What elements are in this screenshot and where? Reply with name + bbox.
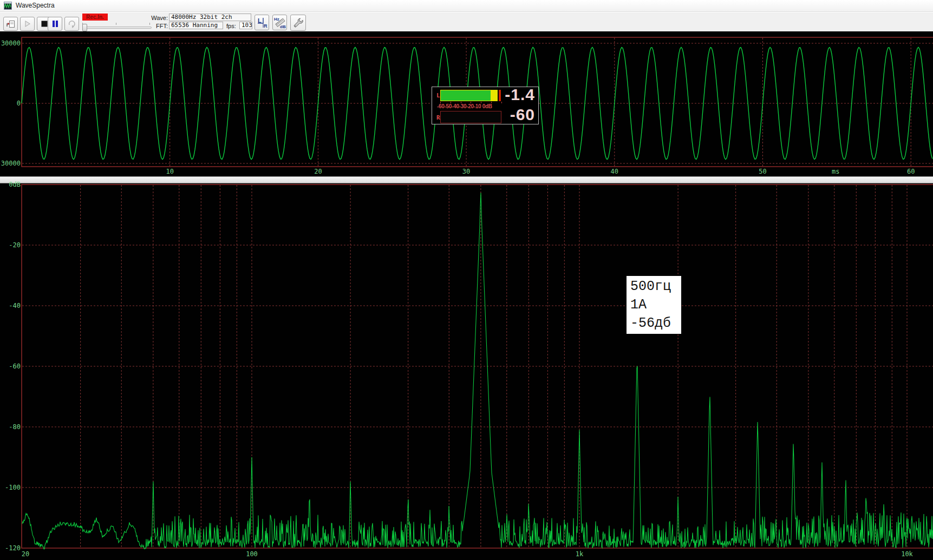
fft-settings-label: FFT: (152, 23, 168, 29)
waveform-panel: 300000-30000 102030405060 ms L -60-50-40… (0, 31, 933, 176)
axis-tick-label: 100 (241, 550, 263, 558)
axis-tick-label: 60 (900, 168, 922, 175)
axis-tick-label: 30000 (0, 39, 21, 47)
play-button[interactable] (20, 17, 35, 31)
axis-tick-label: -20 (0, 241, 21, 249)
play-icon (23, 19, 32, 28)
fps-field[interactable]: 103 (239, 22, 252, 29)
axis-tick-label: 0 (0, 100, 21, 107)
hz-db-scale-icon: Hz dB (273, 16, 286, 29)
spectrum-plot (0, 183, 933, 560)
loop-button[interactable] (64, 17, 79, 31)
axis-tick-label: -60 (0, 363, 21, 370)
wave-format-field[interactable]: 48000Hz 32bit 2ch (169, 14, 251, 21)
axis-tick-label: 10k (896, 550, 918, 558)
title-bar: WaveSpectra (0, 0, 933, 12)
position-slider-ticks (82, 23, 152, 25)
left-channel-label: L (436, 92, 440, 99)
annotation-box: 500гц 1А -56дб (627, 276, 681, 334)
svg-text:dB: dB (280, 24, 286, 29)
annotation-line-frequency: 500гц (630, 278, 681, 296)
axis-tick-label: -30000 (0, 160, 21, 167)
left-level-bar (440, 90, 501, 101)
waveform-x-unit-label: ms (832, 168, 839, 175)
left-level-fill (440, 90, 498, 101)
wavespectra-window: WaveSpectra (0, 0, 933, 560)
axis-tick-label: 0dB (0, 181, 21, 188)
axis-tick-label: 1k (569, 550, 590, 558)
window-title: WaveSpectra (16, 2, 55, 9)
pause-button[interactable] (48, 17, 62, 31)
axis-tick-label: 50 (752, 168, 774, 175)
axis-tick-label: 20 (307, 168, 329, 175)
left-level-value: -1.4 (497, 86, 535, 103)
stop-icon (41, 20, 48, 28)
record-to-file-button[interactable] (3, 17, 18, 31)
axis-tick-label: 20 (15, 550, 36, 558)
spectrum-panel: 0dB-20-40-60-80-100-120 201001k10k 500гц… (0, 183, 933, 560)
channel-lr-button[interactable]: L R (255, 15, 269, 30)
right-level-value: -60 (497, 106, 535, 123)
right-channel-label: R (436, 114, 440, 121)
settings-wrench-button[interactable] (290, 15, 306, 31)
axis-tick-label: 30 (455, 168, 477, 175)
axis-tick-label: 10 (159, 168, 181, 175)
hz-db-scale-button[interactable]: Hz dB (272, 15, 287, 30)
app-icon (4, 2, 12, 10)
svg-text:Hz: Hz (274, 17, 279, 22)
rec-in-badge: Rec.In. (82, 14, 108, 21)
panel-separator (0, 176, 933, 183)
position-slider-thumb[interactable] (82, 24, 87, 31)
svg-text:L: L (258, 17, 262, 24)
channel-lr-icon: L R (256, 17, 268, 29)
right-level-bar (440, 111, 501, 123)
level-meter: L -60-50-40-30-20-10 0dB R -1.4 -60 (432, 87, 539, 124)
loop-icon (67, 19, 77, 29)
fft-settings-field[interactable]: 65536 Hanning (169, 22, 223, 29)
record-to-file-icon (6, 19, 16, 29)
toolbar: Rec.In. Wave: 48000Hz 32bit 2ch FFT: 655… (0, 12, 933, 32)
pause-icon (51, 19, 60, 28)
fps-label: fps: (226, 23, 236, 29)
settings-wrench-icon (292, 17, 304, 29)
wave-format-label: Wave: (147, 15, 168, 21)
position-slider[interactable] (82, 27, 152, 29)
svg-text:R: R (264, 23, 267, 29)
annotation-line-amplitude: 1А (630, 296, 681, 314)
annotation-line-level: -56дб (630, 314, 681, 333)
axis-tick-label: -100 (0, 484, 21, 491)
axis-tick-label: 40 (604, 168, 625, 175)
axis-tick-label: -40 (0, 302, 21, 309)
axis-tick-label: -80 (0, 423, 21, 431)
